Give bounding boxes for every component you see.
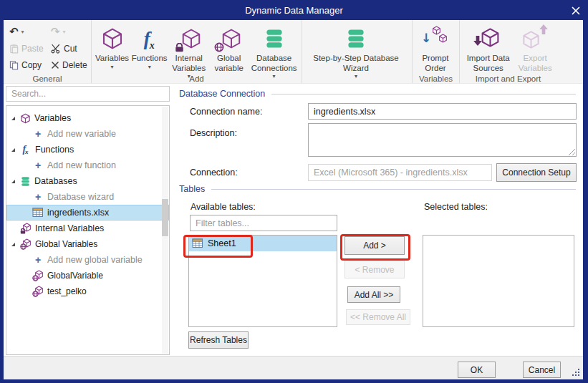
- paste-button[interactable]: Paste: [9, 41, 51, 56]
- cancel-button[interactable]: Cancel: [523, 362, 561, 378]
- tree-item-database-wizard[interactable]: + Database wizard: [6, 189, 169, 205]
- cut-label: Cut: [64, 44, 77, 54]
- selected-tables-list[interactable]: [423, 235, 574, 327]
- delete-button[interactable]: Delete: [51, 57, 95, 72]
- ribbon-spacer: [556, 20, 583, 83]
- global-variable-icon: [20, 238, 32, 250]
- remove-all-tables-button[interactable]: << Remove All: [346, 309, 410, 325]
- remove-table-button[interactable]: < Remove: [344, 261, 405, 278]
- tables-section-header: Tables: [179, 184, 576, 194]
- undo-dropdown-icon: ▾: [21, 29, 24, 35]
- description-input[interactable]: [308, 123, 577, 157]
- available-table-row-sheet1[interactable]: Sheet1: [189, 236, 337, 251]
- description-label: Description:: [190, 128, 237, 138]
- tree-item-label: Add new function: [47, 160, 116, 170]
- tree-item-internal-variables[interactable]: Internal Variables: [6, 220, 169, 236]
- dynamic-data-manager-dialog: Dynamic Data Manager ↶ ▾ ↷ ▾: [0, 0, 588, 383]
- copy-icon: [9, 60, 19, 70]
- redo-button[interactable]: ↷ ▾: [51, 24, 95, 39]
- tree-item-label: GlobalVariable: [47, 271, 103, 281]
- functions-icon: fx: [144, 29, 155, 49]
- wizard-label: Step-by-Step Database Wizard: [306, 54, 406, 73]
- wizard-dropdown-icon: ▾: [355, 73, 357, 80]
- copy-button[interactable]: Copy: [9, 57, 51, 72]
- tree-item-label: ingredients.xlsx: [47, 208, 109, 218]
- title-bar[interactable]: Dynamic Data Manager: [0, 0, 588, 20]
- tree-item-add-new-function[interactable]: + Add new function: [6, 157, 169, 173]
- add-global-variable-button[interactable]: Global variable: [210, 22, 248, 72]
- plus-icon: +: [32, 191, 44, 203]
- available-tables-list[interactable]: Sheet1: [188, 235, 337, 327]
- tree-scrollbar-thumb[interactable]: [162, 199, 168, 236]
- close-button[interactable]: [570, 5, 581, 16]
- export-variables-button[interactable]: Export Variables: [515, 22, 555, 72]
- cube-small-icon: [438, 34, 448, 43]
- lock-icon: [175, 43, 184, 52]
- section-rule: [271, 94, 576, 94]
- section-title: Database Connection: [179, 89, 265, 99]
- cut-button[interactable]: Cut: [51, 41, 95, 56]
- plus-icon: +: [32, 254, 44, 266]
- tree-item-add-new-global-variable[interactable]: + Add new global variable: [6, 252, 169, 268]
- tree-item-functions[interactable]: fx Functions: [6, 142, 169, 157]
- ribbon-group-add: Variables ▾ fx Functions ▾ Internal Vari…: [91, 20, 302, 83]
- cut-icon: [51, 44, 61, 54]
- expander-icon[interactable]: [11, 117, 15, 120]
- window-title: Dynamic Data Manager: [245, 5, 343, 16]
- database-connections-label: Database Connections: [248, 54, 300, 73]
- connection-readonly-input: [308, 164, 492, 181]
- connection-name-input[interactable]: [308, 103, 577, 120]
- add-variables-button[interactable]: Variables ▾: [93, 22, 131, 72]
- internal-variables-label: Internal Variables: [168, 54, 210, 73]
- tree-item-global-variables[interactable]: Global Variables: [6, 236, 169, 252]
- connection-label: Connection:: [190, 168, 238, 178]
- data-source-tree: Variables + Add new variable fx Function…: [6, 105, 170, 355]
- import-data-sources-button[interactable]: Import Data Sources: [461, 22, 515, 72]
- database-icon: [264, 28, 285, 49]
- expander-icon[interactable]: [11, 243, 15, 246]
- connection-name-label: Connection name:: [190, 107, 262, 117]
- add-functions-button[interactable]: fx Functions ▾: [131, 22, 168, 72]
- delete-icon: [51, 61, 59, 69]
- general-group-label: General: [4, 74, 91, 83]
- available-tables-label: Available tables:: [191, 202, 256, 212]
- database-icon: [20, 176, 31, 187]
- ok-button[interactable]: OK: [458, 362, 496, 378]
- connection-setup-button[interactable]: Connection Setup: [496, 163, 577, 182]
- data-source-sidebar: Variables + Add new variable fx Function…: [6, 86, 170, 355]
- tree-item-label: Functions: [35, 145, 74, 155]
- window-resize-grip-icon[interactable]: [572, 368, 581, 377]
- tree-item-test-pelko[interactable]: test_pelko: [6, 283, 169, 299]
- expander-icon[interactable]: [11, 148, 15, 152]
- global-variable-icon: [32, 286, 44, 297]
- add-table-button[interactable]: Add >: [344, 236, 405, 255]
- add-group-label: Add: [92, 74, 302, 83]
- copy-label: Copy: [21, 60, 42, 70]
- undo-button[interactable]: ↶ ▾: [9, 24, 51, 39]
- tree-item-globalvariable[interactable]: GlobalVariable: [6, 268, 169, 283]
- tree-item-label: Internal Variables: [35, 223, 104, 233]
- tree-item-databases[interactable]: Databases: [6, 173, 169, 189]
- tree-item-variables[interactable]: Variables: [6, 110, 169, 126]
- prompt-order-button[interactable]: ↓ Prompt Order: [414, 22, 457, 72]
- globe-icon: [214, 42, 224, 52]
- expander-icon[interactable]: [11, 180, 15, 183]
- dialog-footer: [4, 356, 583, 379]
- tree-item-ingredients-xlsx[interactable]: ingredients.xlsx: [6, 205, 169, 220]
- add-all-tables-button[interactable]: Add All >>: [347, 286, 400, 303]
- import-data-sources-label: Import Data Sources: [463, 54, 514, 73]
- functions-icon: fx: [20, 145, 32, 155]
- ribbon-toolbar: ↶ ▾ ↷ ▾ Paste Cut: [4, 20, 583, 84]
- tree-item-label: Database wizard: [47, 192, 114, 202]
- add-internal-variables-button[interactable]: Internal Variables ▾: [168, 22, 210, 72]
- global-variable-icon: [32, 270, 44, 281]
- step-by-step-wizard-button[interactable]: Step-by-Step Database Wizard ▾: [304, 22, 408, 72]
- tree-item-add-new-variable[interactable]: + Add new variable: [6, 126, 169, 142]
- variables-label: Variables: [95, 54, 129, 64]
- refresh-tables-button[interactable]: Refresh Tables: [188, 331, 249, 349]
- search-input[interactable]: [6, 86, 170, 102]
- export-variables-label: Export Variables: [516, 54, 554, 73]
- filter-tables-input[interactable]: [190, 215, 337, 231]
- ribbon-group-variables: ↓ Prompt Order Variables: [412, 20, 459, 83]
- add-database-connections-button[interactable]: Database Connections ▾: [248, 22, 300, 72]
